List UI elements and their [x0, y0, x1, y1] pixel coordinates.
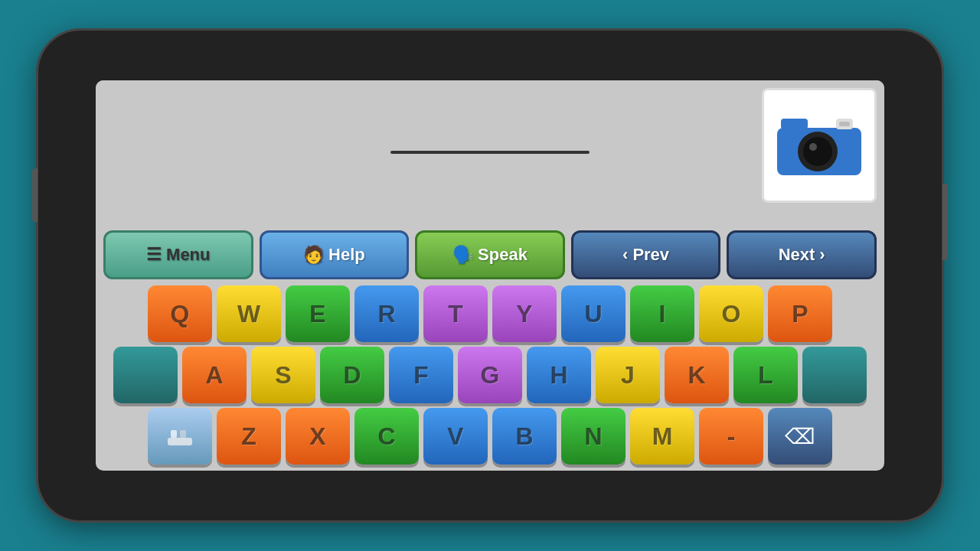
- speak-button[interactable]: 🗣️ Speak: [415, 230, 565, 279]
- key-right-spacer: [802, 347, 867, 403]
- word-display-area: [96, 80, 884, 224]
- key-backspace[interactable]: ⌫: [768, 408, 832, 465]
- key-Q[interactable]: Q: [148, 285, 212, 342]
- prev-label: Prev: [632, 245, 669, 265]
- keyboard-area: Q W E R T Y U I O P A S D F G H J: [96, 285, 884, 471]
- key-J[interactable]: J: [596, 347, 660, 403]
- key-O[interactable]: O: [699, 285, 763, 342]
- menu-button[interactable]: ☰ Menu: [103, 230, 253, 279]
- svg-rect-6: [839, 122, 850, 126]
- key-L[interactable]: L: [733, 347, 798, 403]
- key-U[interactable]: U: [561, 285, 626, 342]
- key-R[interactable]: R: [354, 285, 419, 342]
- svg-rect-8: [171, 430, 177, 438]
- key-X[interactable]: X: [286, 408, 350, 465]
- key-P[interactable]: P: [768, 285, 832, 342]
- key-K[interactable]: K: [665, 347, 729, 403]
- next-button[interactable]: Next ›: [727, 230, 877, 279]
- help-label: Help: [328, 245, 365, 265]
- key-T[interactable]: T: [423, 285, 488, 342]
- key-F[interactable]: F: [389, 347, 453, 403]
- caps-icon: [166, 422, 194, 450]
- camera-icon: [773, 111, 865, 180]
- phone-screen: ☰ Menu 🧑 Help 🗣️ Speak ‹ Prev Next ›: [96, 80, 884, 471]
- key-B[interactable]: B: [492, 408, 557, 465]
- keyboard-row-3: Z X C V B N M - ⌫: [103, 408, 877, 465]
- menu-label: Menu: [166, 245, 210, 265]
- backspace-icon: ⌫: [785, 424, 815, 449]
- key-V[interactable]: V: [423, 408, 488, 465]
- menu-icon: ☰: [146, 245, 162, 265]
- key-H[interactable]: H: [527, 347, 591, 403]
- key-dash[interactable]: -: [699, 408, 763, 465]
- key-N[interactable]: N: [561, 408, 626, 465]
- svg-point-3: [809, 143, 817, 151]
- next-label: Next: [779, 245, 815, 265]
- control-row: ☰ Menu 🧑 Help 🗣️ Speak ‹ Prev Next ›: [96, 224, 884, 285]
- svg-rect-5: [781, 119, 808, 129]
- key-E[interactable]: E: [286, 285, 350, 342]
- prev-arrow-icon: ‹: [622, 245, 628, 265]
- key-W[interactable]: W: [217, 285, 281, 342]
- key-C[interactable]: C: [354, 408, 419, 465]
- key-D[interactable]: D: [320, 347, 384, 403]
- help-button[interactable]: 🧑 Help: [260, 230, 410, 279]
- keyboard-row-1: Q W E R T Y U I O P: [103, 285, 877, 342]
- phone-device: ☰ Menu 🧑 Help 🗣️ Speak ‹ Prev Next ›: [38, 31, 942, 520]
- key-M[interactable]: M: [630, 408, 694, 465]
- help-icon: 🧑: [303, 245, 324, 265]
- svg-point-2: [803, 137, 832, 166]
- key-caps[interactable]: [148, 408, 212, 465]
- svg-rect-9: [180, 430, 186, 438]
- svg-rect-7: [168, 438, 192, 445]
- keyboard-row-2: A S D F G H J K L: [103, 347, 877, 403]
- key-G[interactable]: G: [458, 347, 522, 403]
- key-A[interactable]: A: [182, 347, 247, 403]
- key-left-spacer: [113, 347, 178, 403]
- key-Y[interactable]: Y: [492, 285, 557, 342]
- camera-button[interactable]: [762, 88, 877, 203]
- next-arrow-icon: ›: [819, 245, 825, 265]
- word-underline: [390, 151, 590, 154]
- key-S[interactable]: S: [251, 347, 315, 403]
- speak-icon: 🗣️: [452, 245, 473, 265]
- key-Z[interactable]: Z: [217, 408, 281, 465]
- key-I[interactable]: I: [630, 285, 694, 342]
- prev-button[interactable]: ‹ Prev: [571, 230, 721, 279]
- speak-label: Speak: [478, 245, 528, 265]
